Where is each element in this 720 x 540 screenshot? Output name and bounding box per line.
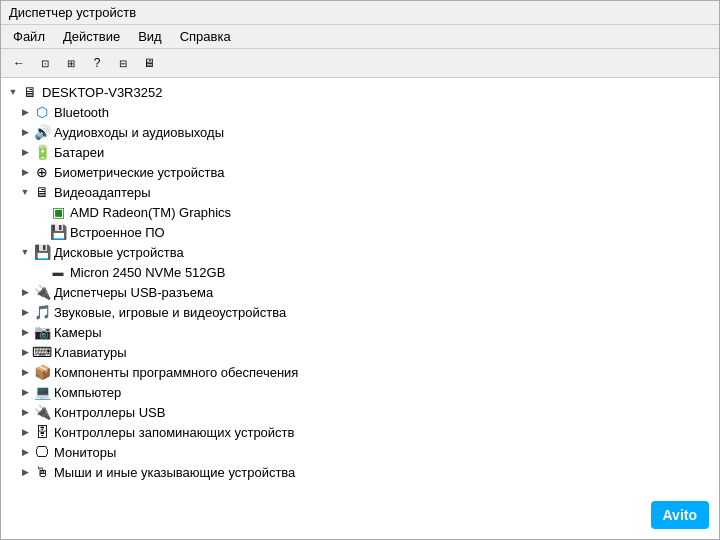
biometric-expand[interactable]: ▶ xyxy=(17,164,33,180)
list-item[interactable]: 💾 Встроенное ПО xyxy=(1,222,719,242)
list-item[interactable]: ▶ 💻 Компьютер xyxy=(1,382,719,402)
disk-expand[interactable]: ▼ xyxy=(17,244,33,260)
monitors-label: Мониторы xyxy=(54,445,116,460)
root-label: DESKTOP-V3R3252 xyxy=(42,85,162,100)
battery-expand[interactable]: ▶ xyxy=(17,144,33,160)
toolbar-btn-1[interactable]: ⊡ xyxy=(33,52,57,74)
storage-expand[interactable]: ▶ xyxy=(17,424,33,440)
monitors-expand[interactable]: ▶ xyxy=(17,444,33,460)
usbctrl-icon: 🔌 xyxy=(33,403,51,421)
software-label: Компоненты программного обеспечения xyxy=(54,365,298,380)
toolbar-btn-2[interactable]: ⊞ xyxy=(59,52,83,74)
keyboard-label: Клавиатуры xyxy=(54,345,127,360)
list-item[interactable]: ▶ 📷 Камеры xyxy=(1,322,719,342)
usbctrl-label: Контроллеры USB xyxy=(54,405,165,420)
biometric-label: Биометрические устройства xyxy=(54,165,224,180)
toolbar-display[interactable]: 🖥 xyxy=(137,52,161,74)
usbhubs-icon: 🔌 xyxy=(33,283,51,301)
list-item[interactable]: ▼ 💾 Дисковые устройства xyxy=(1,242,719,262)
device-tree: ▼ 🖥 DESKTOP-V3R3252 ▶ ⬡ Bluetooth ▶ 🔊 Ау… xyxy=(1,78,719,539)
toolbar-back[interactable]: ← xyxy=(7,52,31,74)
disk-label: Дисковые устройства xyxy=(54,245,184,260)
display-expand[interactable]: ▼ xyxy=(17,184,33,200)
nvme-icon: ▬ xyxy=(49,263,67,281)
firmware-icon: 💾 xyxy=(49,223,67,241)
bluetooth-label: Bluetooth xyxy=(54,105,109,120)
bluetooth-expand[interactable]: ▶ xyxy=(17,104,33,120)
avito-badge: Avito xyxy=(651,501,709,529)
list-item[interactable]: ▶ 🎵 Звуковые, игровые и видеоустройства xyxy=(1,302,719,322)
list-item[interactable]: ▬ Micron 2450 NVMe 512GB xyxy=(1,262,719,282)
mice-label: Мыши и иные указывающие устройства xyxy=(54,465,295,480)
list-item[interactable]: ▶ 🔋 Батареи xyxy=(1,142,719,162)
computer-expand[interactable]: ▶ xyxy=(17,384,33,400)
menu-bar: Файл Действие Вид Справка xyxy=(1,25,719,49)
disk-icon: 💾 xyxy=(33,243,51,261)
camera-icon: 📷 xyxy=(33,323,51,341)
sound-label: Звуковые, игровые и видеоустройства xyxy=(54,305,286,320)
list-item[interactable]: ▶ 🔊 Аудиовходы и аудиовыходы xyxy=(1,122,719,142)
storage-label: Контроллеры запоминающих устройств xyxy=(54,425,294,440)
firmware-label: Встроенное ПО xyxy=(70,225,165,240)
gpu-label: AMD Radeon(TM) Graphics xyxy=(70,205,231,220)
title-bar: Диспетчер устройств xyxy=(1,1,719,25)
tree-root[interactable]: ▼ 🖥 DESKTOP-V3R3252 xyxy=(1,82,719,102)
biometric-icon: ⊕ xyxy=(33,163,51,181)
camera-label: Камеры xyxy=(54,325,102,340)
list-item[interactable]: ▶ 🖱 Мыши и иные указывающие устройства xyxy=(1,462,719,482)
menu-help[interactable]: Справка xyxy=(172,27,239,46)
list-item[interactable]: ▶ ⬡ Bluetooth xyxy=(1,102,719,122)
keyboard-icon: ⌨ xyxy=(33,343,51,361)
display-icon: 🖥 xyxy=(33,183,51,201)
audio-expand[interactable]: ▶ xyxy=(17,124,33,140)
computer-icon: 🖥 xyxy=(21,83,39,101)
storage-icon: 🗄 xyxy=(33,423,51,441)
audio-label: Аудиовходы и аудиовыходы xyxy=(54,125,224,140)
menu-view[interactable]: Вид xyxy=(130,27,170,46)
software-icon: 📦 xyxy=(33,363,51,381)
nvme-label: Micron 2450 NVMe 512GB xyxy=(70,265,225,280)
audio-icon: 🔊 xyxy=(33,123,51,141)
list-item[interactable]: ▣ AMD Radeon(TM) Graphics xyxy=(1,202,719,222)
list-item[interactable]: ▶ ⊕ Биометрические устройства xyxy=(1,162,719,182)
sound-expand[interactable]: ▶ xyxy=(17,304,33,320)
keyboard-expand[interactable]: ▶ xyxy=(17,344,33,360)
window-title: Диспетчер устройств xyxy=(9,5,136,20)
list-item[interactable]: ▶ ⌨ Клавиатуры xyxy=(1,342,719,362)
mice-expand[interactable]: ▶ xyxy=(17,464,33,480)
usbhubs-expand[interactable]: ▶ xyxy=(17,284,33,300)
monitors-icon: 🖵 xyxy=(33,443,51,461)
list-item[interactable]: ▶ 🗄 Контроллеры запоминающих устройств xyxy=(1,422,719,442)
toolbar: ← ⊡ ⊞ ? ⊟ 🖥 xyxy=(1,49,719,78)
mice-icon: 🖱 xyxy=(33,463,51,481)
menu-file[interactable]: Файл xyxy=(5,27,53,46)
computer-label: Компьютер xyxy=(54,385,121,400)
list-item[interactable]: ▶ 📦 Компоненты программного обеспечения xyxy=(1,362,719,382)
toolbar-help[interactable]: ? xyxy=(85,52,109,74)
menu-action[interactable]: Действие xyxy=(55,27,128,46)
usbctrl-expand[interactable]: ▶ xyxy=(17,404,33,420)
root-expand[interactable]: ▼ xyxy=(5,84,21,100)
battery-icon: 🔋 xyxy=(33,143,51,161)
list-item[interactable]: ▼ 🖥 Видеоадаптеры xyxy=(1,182,719,202)
sound-icon: 🎵 xyxy=(33,303,51,321)
list-item[interactable]: ▶ 🔌 Контроллеры USB xyxy=(1,402,719,422)
display-label: Видеоадаптеры xyxy=(54,185,151,200)
toolbar-btn-3[interactable]: ⊟ xyxy=(111,52,135,74)
list-item[interactable]: ▶ 🔌 Диспетчеры USB-разъема xyxy=(1,282,719,302)
pc-icon: 💻 xyxy=(33,383,51,401)
usbhubs-label: Диспетчеры USB-разъема xyxy=(54,285,213,300)
camera-expand[interactable]: ▶ xyxy=(17,324,33,340)
software-expand[interactable]: ▶ xyxy=(17,364,33,380)
bluetooth-icon: ⬡ xyxy=(33,103,51,121)
battery-label: Батареи xyxy=(54,145,104,160)
list-item[interactable]: ▶ 🖵 Мониторы xyxy=(1,442,719,462)
gpu-icon: ▣ xyxy=(49,203,67,221)
